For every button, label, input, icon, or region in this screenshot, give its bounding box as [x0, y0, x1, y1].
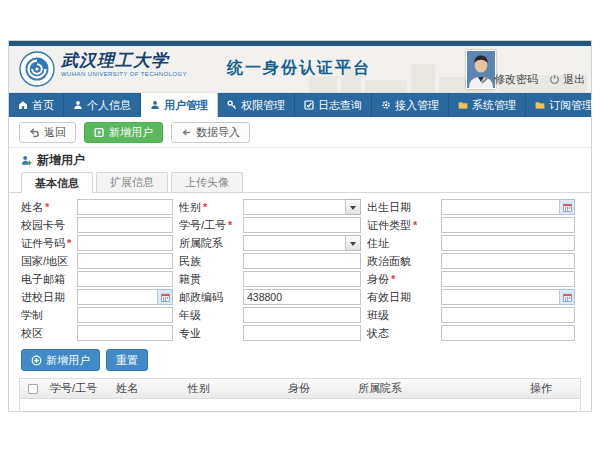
nav-item-label: 用户管理: [164, 98, 208, 113]
nav-item[interactable]: 权限管理: [218, 93, 295, 117]
reset-button[interactable]: 重置: [106, 349, 148, 371]
form-input[interactable]: [77, 289, 158, 305]
add-user-icon: [21, 155, 32, 166]
form-input[interactable]: [441, 307, 575, 323]
field-label: 邮政编码: [179, 290, 237, 305]
form-input[interactable]: [441, 253, 575, 269]
back-arrow-icon: [29, 127, 40, 138]
field-label: 状态: [367, 326, 435, 341]
caret-down-icon: [350, 206, 356, 213]
nav-item[interactable]: 日志查询: [295, 93, 372, 117]
nav-item[interactable]: 用户管理: [141, 93, 218, 117]
field-input-group: [243, 325, 361, 341]
field-input-group: [441, 217, 575, 233]
caret-down-icon: [350, 242, 356, 249]
nav-item[interactable]: 系统管理: [449, 93, 526, 117]
toolbar: 返回 新增用户 数据导入: [9, 117, 591, 148]
table-header-cell: 操作: [526, 381, 580, 396]
form-input[interactable]: [77, 199, 173, 215]
calendar-picker-button[interactable]: [158, 289, 173, 305]
back-button[interactable]: 返回: [19, 122, 76, 143]
form-input[interactable]: [243, 289, 361, 305]
form-input[interactable]: [77, 253, 173, 269]
field-input-group: [243, 235, 361, 251]
masthead: 武汉理工大学 WUHAN UNIVERSITY OF TECHNOLOGY 统一…: [9, 46, 591, 93]
form-input[interactable]: [77, 325, 173, 341]
form-input[interactable]: [77, 307, 173, 323]
screenshot-stage: 武汉理工大学 WUHAN UNIVERSITY OF TECHNOLOGY 统一…: [0, 0, 600, 450]
form-input[interactable]: [243, 253, 361, 269]
tab[interactable]: 基本信息: [21, 172, 93, 193]
calendar-picker-button[interactable]: [560, 199, 575, 215]
data-import-button[interactable]: 数据导入: [171, 122, 250, 143]
form-input[interactable]: [77, 217, 173, 233]
tab[interactable]: 扩展信息: [96, 172, 168, 192]
tab-label: 基本信息: [35, 177, 79, 189]
form-tabs: 基本信息 扩展信息 上传头像: [9, 172, 591, 193]
field-input-group: [77, 307, 173, 323]
calendar-picker-button[interactable]: [560, 289, 575, 305]
reset-button-label: 重置: [116, 353, 138, 368]
field-label: 证件类型*: [367, 218, 435, 233]
field-label: 民族: [179, 254, 237, 269]
form-input[interactable]: [77, 271, 173, 287]
nav-item[interactable]: 个人信息: [64, 93, 141, 117]
dropdown-arrow-button[interactable]: [346, 235, 361, 251]
field-input-group: [77, 217, 173, 233]
submit-add-user-button[interactable]: 新增用户: [21, 349, 100, 371]
change-password-link[interactable]: 修改密码: [480, 72, 538, 87]
field-input-group: [77, 253, 173, 269]
field-label: 专业: [179, 326, 237, 341]
table-header-cell: 姓名: [112, 381, 184, 396]
nav-item[interactable]: 首页: [9, 93, 64, 117]
nav-item[interactable]: 接入管理: [372, 93, 449, 117]
form-input[interactable]: [243, 199, 346, 215]
form-input[interactable]: [441, 325, 575, 341]
key-icon: [227, 100, 237, 110]
form-input[interactable]: [441, 217, 575, 233]
folder-icon: [458, 100, 468, 110]
field-label: 进校日期: [21, 290, 71, 305]
nav-item[interactable]: 订阅管理: [526, 93, 600, 117]
form-input[interactable]: [243, 217, 361, 233]
tab-label: 扩展信息: [110, 176, 154, 188]
calendar-icon: [161, 293, 170, 302]
person-icon: [73, 100, 83, 110]
field-input-group: [441, 325, 575, 341]
form-input[interactable]: [441, 289, 560, 305]
form-input[interactable]: [243, 307, 361, 323]
field-label: 政治面貌: [367, 254, 435, 269]
field-label: 出生日期: [367, 200, 435, 215]
form-input[interactable]: [441, 235, 575, 251]
gear-icon: [381, 100, 391, 110]
field-label: 证件号码*: [21, 236, 71, 251]
log-check-icon: [304, 100, 314, 110]
form-input[interactable]: [243, 271, 361, 287]
platform-title: 统一身份认证平台: [227, 58, 371, 79]
nav-item-label: 首页: [32, 98, 54, 113]
form-input[interactable]: [441, 271, 575, 287]
form-input[interactable]: [243, 235, 346, 251]
form-input[interactable]: [77, 235, 173, 251]
section-title: 新增用户: [37, 152, 85, 169]
folder-icon: [535, 100, 545, 110]
form-input[interactable]: [441, 199, 560, 215]
submit-button-label: 新增用户: [46, 353, 90, 368]
field-label: 学制: [21, 308, 71, 323]
required-marker: *: [67, 237, 71, 249]
select-all-checkbox[interactable]: [28, 384, 38, 394]
calendar-icon: [563, 203, 572, 212]
dropdown-arrow-button[interactable]: [346, 199, 361, 215]
required-marker: *: [413, 219, 417, 231]
form-input[interactable]: [243, 325, 361, 341]
field-input-group: [441, 271, 575, 287]
field-label: 学号/工号*: [179, 218, 237, 233]
new-user-form: 姓名* 性别*: [9, 193, 591, 345]
field-input-group: [243, 289, 361, 305]
back-button-label: 返回: [44, 125, 66, 140]
logout-link[interactable]: 退出: [549, 72, 585, 87]
field-input-group: [441, 307, 575, 323]
pencil-icon: [480, 74, 491, 85]
add-user-toolbar-button[interactable]: 新增用户: [84, 122, 163, 143]
tab[interactable]: 上传头像: [171, 172, 243, 192]
